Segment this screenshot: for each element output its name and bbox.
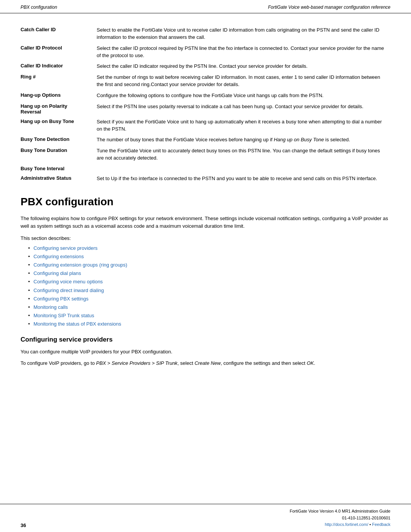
page-header: PBX configuration FortiGate Voice web-ba… — [0, 0, 411, 13]
list-item[interactable]: Configuring service providers — [28, 244, 390, 252]
field-desc-cell — [97, 164, 390, 173]
field-name-cell: Hang up on Busy Tone — [21, 117, 97, 135]
page-container: PBX configuration FortiGate Voice web-ba… — [0, 0, 411, 532]
table-row: Caller ID ProtocolSelect the caller ID p… — [21, 43, 390, 61]
list-item[interactable]: Monitoring calls — [28, 303, 390, 312]
field-name-cell: Hang-up Options — [21, 90, 97, 101]
section-heading: PBX configuration — [21, 196, 390, 208]
list-item[interactable]: Configuring dial plans — [28, 269, 390, 278]
footer-feedback-link[interactable]: Feedback — [372, 522, 390, 527]
field-desc-cell: Configure the following options to confi… — [97, 90, 390, 101]
sub-para2-part2: , select — [177, 360, 194, 366]
section-link[interactable]: Configuring direct inward dialing — [33, 288, 104, 293]
field-name-cell: Caller ID Indicator — [21, 61, 97, 72]
footer-line2: 01-410-112851-20100601 — [290, 515, 390, 522]
list-item[interactable]: Configuring voice menu options — [28, 278, 390, 286]
section-link[interactable]: Configuring extension groups (ring group… — [33, 262, 127, 268]
header-right: FortiGate Voice web-based manager config… — [268, 5, 390, 10]
field-desc-cell: Select the caller ID indicator required … — [97, 61, 390, 72]
sub-para2-part3: , configure the settings and then select — [221, 360, 307, 366]
sub-para2-italic: PBX > Service Providers > SIP Trunk — [96, 360, 178, 366]
field-desc-cell: Select to enable the FortiGate Voice uni… — [97, 25, 390, 43]
field-desc-cell: Select if you want the FortiGate Voice u… — [97, 117, 390, 135]
footer-page-number: 36 — [21, 522, 26, 528]
table-row: Ring #Set the number of rings to wait be… — [21, 72, 390, 90]
section-link[interactable]: Monitoring the status of PBX extensions — [33, 321, 121, 327]
section-describes-label: This section describes: — [21, 235, 390, 241]
table-row: Busy Tone DetectionThe number of busy to… — [21, 134, 390, 145]
section-link[interactable]: Configuring PBX settings — [33, 296, 89, 302]
table-row: Administrative StatusSet to Up if the fx… — [21, 173, 390, 184]
sub-para2-italic3: OK — [307, 360, 314, 366]
field-desc-cell: Set the number of rings to wait before r… — [97, 72, 390, 90]
table-row: Hang up on Busy ToneSelect if you want t… — [21, 117, 390, 135]
footer-line1: FortiGate Voice Version 4.0 MR1 Administ… — [290, 508, 390, 515]
sub-para2-end: . — [314, 360, 315, 366]
section-link[interactable]: Configuring extensions — [33, 254, 84, 259]
field-name-cell: Catch Caller ID — [21, 25, 97, 43]
sub-para1: You can configure multiple VoIP provider… — [21, 348, 390, 356]
list-item[interactable]: Monitoring the status of PBX extensions — [28, 320, 390, 328]
list-item[interactable]: Monitoring SIP Trunk status — [28, 312, 390, 320]
table-row: Catch Caller IDSelect to enable the Fort… — [21, 25, 390, 43]
list-item[interactable]: Configuring extensions — [28, 252, 390, 261]
table-row: Busy Tone Interval — [21, 164, 390, 173]
field-name-cell: Busy Tone Detection — [21, 134, 97, 145]
section-link[interactable]: Configuring service providers — [33, 245, 97, 251]
field-desc-cell: Set to Up if the fxo interface is connec… — [97, 173, 390, 184]
table-row: Busy Tone DurationTune the FortiGate Voi… — [21, 145, 390, 164]
section-link[interactable]: Configuring dial plans — [33, 270, 81, 276]
sub-para2: To configure VoIP providers, go to PBX >… — [21, 359, 390, 367]
section-link[interactable]: Monitoring SIP Trunk status — [33, 313, 94, 318]
footer-separator: • — [368, 522, 372, 527]
field-desc-cell: Select if the PSTN line uses polarity re… — [97, 101, 390, 117]
section-link[interactable]: Configuring voice menu options — [33, 279, 103, 284]
field-name-cell: Ring # — [21, 72, 97, 90]
field-name-cell: Administrative Status — [21, 173, 97, 184]
intro-paragraph: The following explains how to configure … — [21, 215, 390, 230]
field-desc-cell: Select the caller ID protocol required b… — [97, 43, 390, 61]
page-footer: 36 FortiGate Voice Version 4.0 MR1 Admin… — [0, 504, 411, 532]
section-link[interactable]: Monitoring calls — [33, 304, 68, 310]
list-item[interactable]: Configuring direct inward dialing — [28, 286, 390, 295]
main-content: Catch Caller IDSelect to enable the Fort… — [0, 13, 411, 401]
section-links-list: Configuring service providersConfiguring… — [28, 244, 390, 328]
field-table: Catch Caller IDSelect to enable the Fort… — [21, 25, 390, 184]
table-row: Hang-up OptionsConfigure the following o… — [21, 90, 390, 101]
field-name-cell: Hang up on PolarityReversal — [21, 101, 97, 117]
field-name-cell: Caller ID Protocol — [21, 43, 97, 61]
subsection-heading: Configuring service providers — [21, 336, 390, 343]
sub-para2-part1: To configure VoIP providers, go to — [21, 360, 96, 366]
sub-para2-italic2: Create New — [194, 360, 221, 366]
list-item[interactable]: Configuring extension groups (ring group… — [28, 261, 390, 269]
footer-line3: http://docs.fortinet.com/ • Feedback — [290, 521, 390, 528]
field-name-cell: Busy Tone Duration — [21, 145, 97, 164]
table-row: Caller ID IndicatorSelect the caller ID … — [21, 61, 390, 72]
list-item[interactable]: Configuring PBX settings — [28, 295, 390, 303]
footer-right: FortiGate Voice Version 4.0 MR1 Administ… — [290, 508, 390, 528]
field-desc-cell: The number of busy tones that the FortiG… — [97, 134, 390, 145]
field-name-cell: Busy Tone Interval — [21, 164, 97, 173]
footer-url-link[interactable]: http://docs.fortinet.com/ — [325, 522, 368, 527]
header-left: PBX configuration — [21, 5, 57, 10]
field-desc-cell: Tune the FortiGate Voice unit to accurat… — [97, 145, 390, 164]
table-row: Hang up on PolarityReversalSelect if the… — [21, 101, 390, 117]
